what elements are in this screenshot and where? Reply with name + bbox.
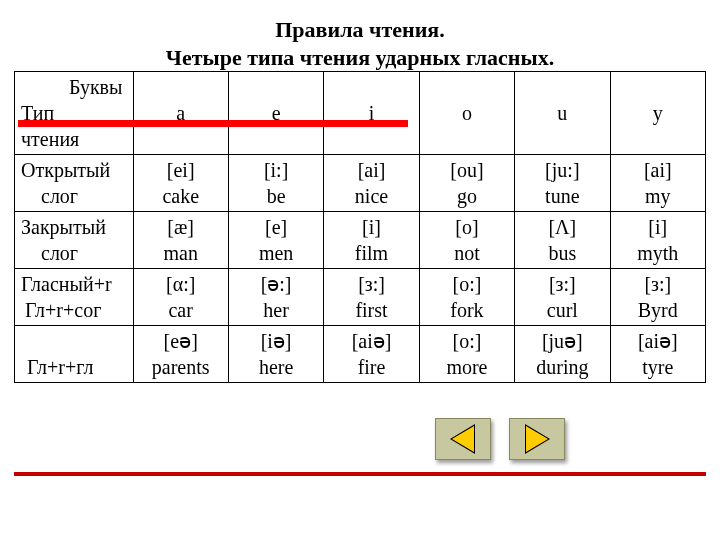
title-line-2: Четыре типа чтения ударных гласных. [166,45,554,70]
table-row: Открытый слог [ei]cake [i:]be [ai]nice [… [15,155,706,212]
col-o: o [419,72,514,155]
row-label-vowel-r: Гласный+r Гл+r+сог [15,269,134,326]
cell: [e]men [228,212,323,269]
col-u: u [515,72,610,155]
cell: [o]not [419,212,514,269]
cell: [æ]man [133,212,228,269]
cell: [o:]more [419,326,514,383]
red-underline-bar [18,120,408,127]
row-label-closed: Закрытый слог [15,212,134,269]
cell: [Λ]bus [515,212,610,269]
col-e: e [228,72,323,155]
bottom-divider [14,472,706,476]
cell: [ei]cake [133,155,228,212]
col-y: y [610,72,705,155]
cell: [ai]my [610,155,705,212]
cell: [juә]during [515,326,610,383]
cell: [ju:]tune [515,155,610,212]
cell: [iә]here [228,326,323,383]
table-header-row: Буквы Тип чтения a e i o u y [15,72,706,155]
row-label-vowel-r-vowel: Гл+r+гл [15,326,134,383]
table-row: Гласный+r Гл+r+сог [α:]car [ə:]her [з:]f… [15,269,706,326]
cell: [з:]curl [515,269,610,326]
cell: [з:]first [324,269,419,326]
cell: [aiә]fire [324,326,419,383]
corner-l3: чтения [21,126,133,152]
page-title: Правила чтения. Четыре типа чтения ударн… [0,16,720,71]
cell: [aiә]tyre [610,326,705,383]
cell: [eә]parents [133,326,228,383]
corner-l1: Буквы [21,74,133,100]
cell: [i]film [324,212,419,269]
cell: [i]myth [610,212,705,269]
reading-rules-table: Буквы Тип чтения a e i o u y Открытый сл… [14,71,706,383]
cell: [з:]Byrd [610,269,705,326]
table-row: Гл+r+гл [eә]parents [iә]here [aiә]fire [… [15,326,706,383]
cell: [ai]nice [324,155,419,212]
cell: [α:]car [133,269,228,326]
cell: [o:]fork [419,269,514,326]
prev-button[interactable] [435,418,491,460]
col-a: a [133,72,228,155]
col-i: i [324,72,419,155]
cell: [i:]be [228,155,323,212]
next-button[interactable] [509,418,565,460]
header-corner: Буквы Тип чтения [15,72,134,155]
table-row: Закрытый слог [æ]man [e]men [i]film [o]n… [15,212,706,269]
reading-rules-table-wrap: Буквы Тип чтения a e i o u y Открытый сл… [14,71,706,383]
cell: [ə:]her [228,269,323,326]
row-label-open: Открытый слог [15,155,134,212]
nav-buttons [435,418,565,460]
title-line-1: Правила чтения. [275,17,444,42]
cell: [ou]go [419,155,514,212]
